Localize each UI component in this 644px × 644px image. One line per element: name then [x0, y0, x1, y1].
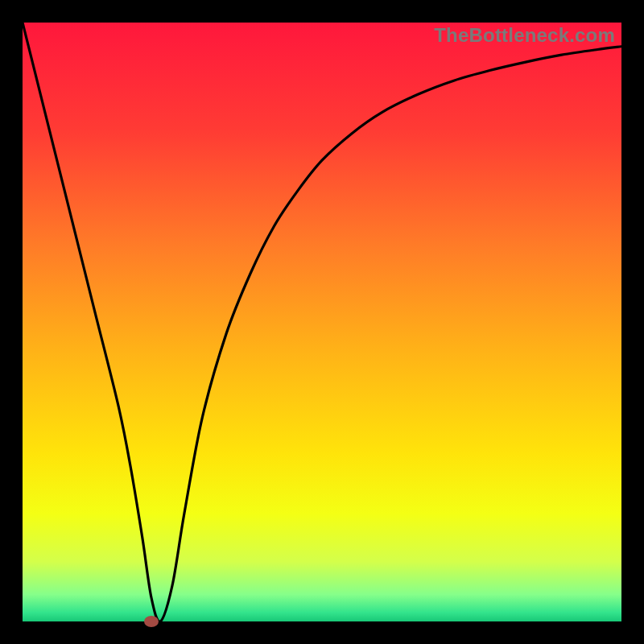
bottleneck-curve [23, 23, 621, 621]
chart-curves [23, 23, 621, 621]
watermark-text: TheBottleneck.com [434, 24, 615, 47]
chart-frame: TheBottleneck.com [23, 23, 621, 621]
minimum-marker [144, 616, 159, 627]
